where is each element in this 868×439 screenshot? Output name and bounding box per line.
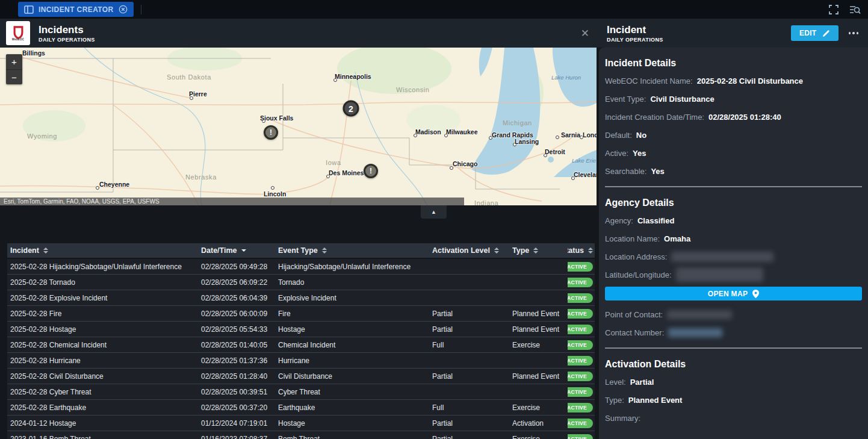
edit-button[interactable]: EDIT bbox=[791, 25, 839, 41]
column-header-activation-level[interactable]: Activation Level bbox=[432, 246, 512, 255]
table-row[interactable]: 2024-01-12 Hostage01/12/2024 07:19:01Hos… bbox=[7, 416, 595, 431]
alert-marker[interactable]: ! bbox=[264, 125, 278, 140]
city-label: Chicago bbox=[453, 160, 477, 167]
cell-type: Exercise bbox=[512, 435, 568, 439]
top-bar: INCIDENT CREATOR bbox=[0, 0, 868, 19]
table-row[interactable]: 2025-02-28 Fire02/28/2025 06:00:09FirePa… bbox=[7, 306, 595, 322]
detail-field: Location Address: bbox=[605, 248, 862, 266]
status-badge: ACTIVE bbox=[568, 419, 593, 428]
cell-incident: 2025-02-28 Civil Disturbance bbox=[7, 372, 201, 381]
table-header-row: IncidentDate/TimeEvent TypeActivation Le… bbox=[7, 243, 595, 259]
table-row[interactable]: 2025-02-28 Hurricane02/28/2025 01:37:36H… bbox=[7, 353, 595, 369]
zoom-in-button[interactable]: + bbox=[6, 54, 22, 69]
collapse-map-button[interactable]: ▲ bbox=[421, 205, 447, 219]
page-title: Incidents bbox=[39, 24, 95, 36]
sort-desc-arrow bbox=[588, 251, 593, 254]
table-row[interactable]: 2025-02-28 Earthquake02/28/2025 00:37:20… bbox=[7, 400, 595, 416]
sort-desc-arrow bbox=[533, 251, 538, 254]
field-label: WebEOC Incident Name: bbox=[605, 76, 693, 86]
cell-datetime: 01/12/2024 07:19:01 bbox=[201, 419, 278, 428]
tab-close-icon[interactable] bbox=[119, 5, 128, 14]
cell-event-type: Hijacking/Sabotage/Unlawful Interference bbox=[278, 263, 432, 271]
status-badge: ACTIVE bbox=[568, 372, 593, 381]
table-row[interactable]: 2025-02-28 Tornado02/28/2025 06:09:22Tor… bbox=[7, 275, 595, 290]
status-badge: ACTIVE bbox=[568, 325, 593, 334]
table-row[interactable]: 2025-02-28 Cyber Threat02/28/2025 00:39:… bbox=[7, 384, 595, 400]
alert-marker[interactable]: ! bbox=[364, 164, 378, 178]
search-list-icon[interactable] bbox=[849, 5, 861, 14]
open-map-button[interactable]: OPEN MAP bbox=[605, 287, 862, 300]
sort-desc-arrow bbox=[241, 249, 246, 252]
cell-datetime: 02/28/2025 06:09:22 bbox=[201, 278, 278, 287]
cell-status: ACTIVE bbox=[568, 340, 595, 350]
cell-activation-level: Partial bbox=[432, 310, 512, 318]
status-badge: ACTIVE bbox=[568, 403, 593, 413]
state-label: Nebraska bbox=[185, 173, 217, 181]
field-label: Location Name: bbox=[605, 234, 660, 243]
status-badge: ACTIVE bbox=[568, 356, 593, 366]
incidents-table: IncidentDate/TimeEvent TypeActivation Le… bbox=[7, 243, 595, 439]
column-header-status[interactable]: Status bbox=[568, 246, 595, 255]
incident-creator-tab[interactable]: INCIDENT CREATOR bbox=[18, 2, 134, 17]
detail-field: Searchable:Yes bbox=[605, 162, 862, 180]
field-label: Level: bbox=[605, 378, 626, 387]
table-row[interactable]: 2025-02-28 Civil Disturbance02/28/2025 0… bbox=[7, 369, 595, 384]
table-row[interactable]: 2025-02-28 Explosive Incident02/28/2025 … bbox=[7, 290, 595, 306]
section-incident-details: Incident DetailsWebEOC Incident Name:202… bbox=[605, 58, 862, 180]
sort-desc-arrow bbox=[322, 251, 327, 254]
column-header-date-time[interactable]: Date/Time bbox=[201, 246, 278, 255]
city-label: Des Moines bbox=[329, 169, 364, 176]
incidents-header: WebEOC Incidents DAILY OPERATIONS ✕ bbox=[0, 19, 597, 48]
status-badge: ACTIVE bbox=[568, 278, 593, 287]
table-row[interactable]: 2023-01-16 Bomb Threat01/16/2023 07:08:3… bbox=[7, 431, 595, 439]
column-header-type[interactable]: Type bbox=[512, 246, 568, 255]
cell-event-type: Bomb Threat bbox=[278, 435, 432, 439]
close-panel-icon[interactable]: ✕ bbox=[581, 28, 589, 39]
map-table-gap: ▲ bbox=[0, 205, 597, 243]
more-options-icon[interactable] bbox=[848, 30, 860, 37]
cell-status: ACTIVE bbox=[568, 356, 595, 366]
field-label: Active: bbox=[605, 149, 628, 158]
detail-field: Contact Number: bbox=[605, 323, 862, 341]
cell-incident: 2025-02-28 Earthquake bbox=[7, 403, 201, 412]
field-label: Type: bbox=[605, 396, 624, 405]
cell-datetime: 02/28/2025 00:37:20 bbox=[201, 403, 278, 412]
detail-field: Active:Yes bbox=[605, 144, 862, 162]
map-attribution: Esri, TomTom, Garmin, FAO, NOAA, USGS, E… bbox=[0, 198, 464, 205]
map[interactable]: South DakotaWisconsinIowaNebraskaWyoming… bbox=[0, 48, 597, 205]
cell-status: ACTIVE bbox=[568, 372, 595, 381]
city-label: Lansing bbox=[515, 138, 539, 145]
map-zoom-control: + − bbox=[6, 54, 22, 84]
field-value: Yes bbox=[633, 149, 646, 158]
state-label: Wyoming bbox=[27, 132, 57, 140]
table-row[interactable]: 2025-02-28 Hostage02/28/2025 05:54:33Hos… bbox=[7, 322, 595, 337]
fullscreen-icon[interactable] bbox=[829, 5, 839, 14]
cell-status: ACTIVE bbox=[568, 262, 595, 272]
table-row[interactable]: 2025-02-28 Hijacking/Sabotage/Unlawful I… bbox=[7, 259, 595, 275]
city-label: Madison bbox=[415, 128, 441, 135]
cell-incident: 2025-02-28 Hijacking/Sabotage/Unlawful I… bbox=[7, 263, 201, 271]
cell-activation-level: Partial bbox=[432, 435, 512, 439]
page-subtitle: DAILY OPERATIONS bbox=[39, 37, 95, 43]
cluster-marker[interactable]: 2 bbox=[343, 101, 359, 117]
table-row[interactable]: 2025-02-28 Chemical Incident02/28/2025 0… bbox=[7, 337, 595, 353]
status-badge: ACTIVE bbox=[568, 293, 593, 303]
cell-type: Exercise bbox=[512, 341, 568, 349]
city-label: Cheyenne bbox=[99, 181, 129, 188]
city-label: Cleveland bbox=[574, 171, 597, 178]
lake-label: Lake Erie bbox=[572, 157, 596, 164]
header-row: WebEOC Incidents DAILY OPERATIONS ✕ Inci… bbox=[0, 19, 868, 48]
column-header-event-type[interactable]: Event Type bbox=[278, 246, 432, 255]
column-header-incident[interactable]: Incident bbox=[7, 246, 201, 255]
sort-desc-arrow bbox=[43, 251, 48, 254]
cell-activation-level: Partial bbox=[432, 372, 512, 381]
incident-detail-card: Incident DetailsWebEOC Incident Name:202… bbox=[599, 48, 868, 439]
column-label: Activation Level bbox=[432, 246, 490, 255]
status-badge: ACTIVE bbox=[568, 434, 593, 439]
zoom-out-button[interactable]: − bbox=[6, 69, 22, 84]
field-label: Searchable: bbox=[605, 167, 646, 176]
webeoc-shield-icon bbox=[11, 26, 26, 39]
cell-status: ACTIVE bbox=[568, 278, 595, 287]
sort-icon bbox=[494, 248, 499, 254]
sort-icon bbox=[533, 248, 538, 254]
